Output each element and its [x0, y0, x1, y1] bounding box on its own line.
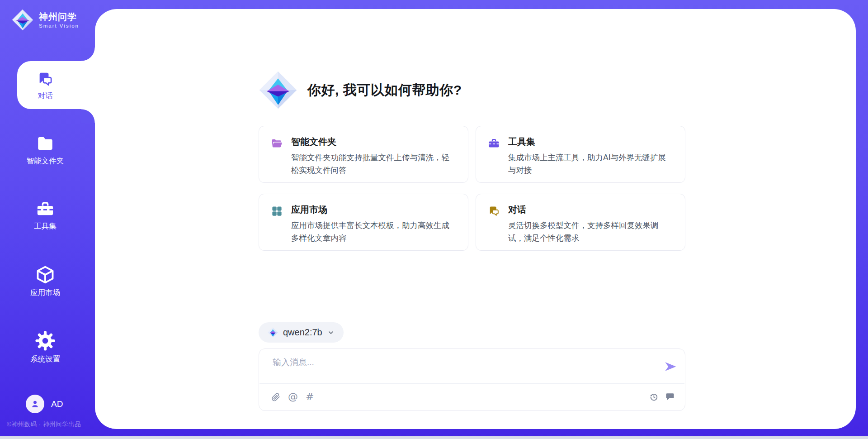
- sidebar: 神州问学 Smart Vision 对话 智能文件夹 工具集: [0, 0, 95, 439]
- chat-icon: [488, 205, 500, 217]
- main-panel: 你好, 我可以如何帮助你? 智能文件夹 智能文件夹功能支持批量文件上传与清洗，轻…: [95, 9, 856, 429]
- toolbox-icon: [36, 199, 55, 218]
- chevron-down-icon: [327, 329, 335, 336]
- composer-toolbar: @ #: [271, 383, 675, 410]
- brand-name: 神州问学: [39, 12, 79, 22]
- brand: 神州问学 Smart Vision: [12, 9, 79, 31]
- feedback-button[interactable]: [665, 392, 675, 402]
- attach-button[interactable]: [271, 392, 280, 402]
- card-smart-folder[interactable]: 智能文件夹 智能文件夹功能支持批量文件上传与清洗，轻松实现文件问答: [259, 126, 468, 183]
- sidebar-item-label: 系统设置: [30, 354, 60, 364]
- diamond-logo-icon: [12, 9, 33, 31]
- feature-cards: 智能文件夹 智能文件夹功能支持批量文件上传与清洗，轻松实现文件问答 工具集 集成…: [259, 126, 685, 251]
- sidebar-item-label: 应用市场: [30, 288, 60, 298]
- avatar[interactable]: [26, 395, 44, 413]
- card-description: 灵活切换多模型文件，支持多样回复效果调试，满足个性化需求: [508, 219, 673, 244]
- sidebar-item-label: 工具集: [34, 221, 57, 231]
- model-name: qwen2:7b: [283, 327, 322, 338]
- feedback-icon: [665, 392, 675, 402]
- attach-icon: [271, 392, 280, 402]
- diamond-logo-icon: [259, 71, 297, 110]
- greeting-text: 你好, 我可以如何帮助你?: [307, 81, 462, 100]
- history-icon: [649, 392, 659, 402]
- user-name: AD: [51, 399, 63, 409]
- card-chat[interactable]: 对话 灵活切换多模型文件，支持多样回复效果调试，满足个性化需求: [476, 194, 685, 251]
- sidebar-item-toolset[interactable]: 工具集: [0, 199, 90, 231]
- chat-icon: [37, 71, 54, 88]
- card-title: 智能文件夹: [291, 136, 456, 148]
- greeting: 你好, 我可以如何帮助你?: [259, 71, 462, 110]
- card-description: 应用市场提供丰富长文本模板，助力高效生成多样化文章内容: [291, 219, 456, 244]
- diamond-logo-icon: [268, 327, 278, 338]
- card-title: 应用市场: [291, 204, 456, 215]
- card-toolset[interactable]: 工具集 集成市场上主流工具，助力AI与外界无缝扩展与对接: [476, 126, 685, 183]
- bottom-scrollbar-strip: [0, 436, 868, 439]
- send-icon: [663, 359, 677, 374]
- sidebar-item-label: 对话: [38, 91, 53, 101]
- user-account[interactable]: AD: [26, 395, 63, 413]
- composer-left-tools: @ #: [271, 392, 314, 402]
- sidebar-item-app-market[interactable]: 应用市场: [0, 265, 90, 298]
- app-window: 神州问学 Smart Vision 对话 智能文件夹 工具集: [0, 0, 868, 439]
- composer-right-tools: [649, 392, 675, 402]
- card-description: 集成市场上主流工具，助力AI与外界无缝扩展与对接: [508, 151, 673, 177]
- person-icon: [30, 399, 40, 409]
- sidebar-item-label: 智能文件夹: [27, 156, 64, 166]
- mention-icon[interactable]: @: [288, 392, 298, 402]
- card-title: 对话: [508, 204, 673, 215]
- card-title: 工具集: [508, 136, 673, 148]
- message-input[interactable]: [272, 356, 647, 381]
- gear-icon: [35, 330, 56, 351]
- card-description: 智能文件夹功能支持批量文件上传与清洗，轻松实现文件问答: [291, 151, 456, 177]
- send-button[interactable]: [663, 359, 677, 374]
- sidebar-item-settings[interactable]: 系统设置: [0, 330, 90, 364]
- copyright: ©神州数码 · 神州问学出品: [7, 420, 81, 429]
- model-selector[interactable]: qwen2:7b: [259, 322, 344, 343]
- message-composer: @ #: [259, 348, 685, 411]
- folder-icon: [36, 134, 55, 153]
- toolbox-icon: [488, 137, 500, 149]
- card-app-market[interactable]: 应用市场 应用市场提供丰富长文本模板，助力高效生成多样化文章内容: [259, 194, 468, 251]
- brand-subtitle: Smart Vision: [39, 23, 79, 29]
- folder-open-icon: [271, 137, 283, 149]
- grid-icon: [271, 205, 283, 217]
- cube-icon: [35, 265, 55, 285]
- history-button[interactable]: [649, 392, 659, 402]
- topic-icon[interactable]: #: [306, 392, 314, 402]
- sidebar-item-chat[interactable]: 对话: [0, 71, 90, 101]
- sidebar-item-smart-folder[interactable]: 智能文件夹: [0, 134, 90, 166]
